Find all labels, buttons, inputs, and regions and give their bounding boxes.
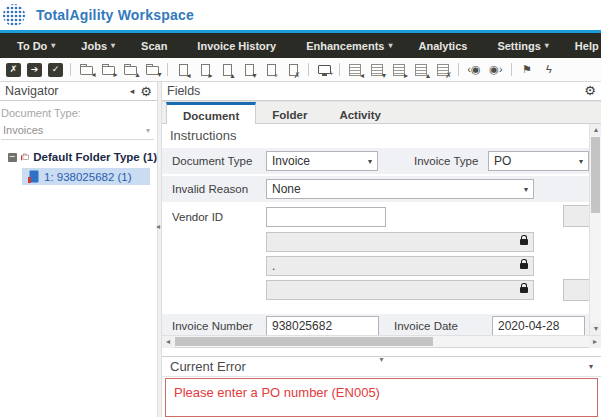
- tab-document[interactable]: Document: [166, 102, 256, 125]
- locked-field-3: [266, 280, 534, 300]
- kofax-logo-icon: [2, 2, 28, 28]
- collapse-node-icon[interactable]: −: [8, 153, 17, 162]
- document-fields-form: Instructions Document Type Invoice ▾ Inv…: [162, 124, 601, 335]
- invoice-type-dropdown[interactable]: PO ▾: [488, 151, 589, 171]
- scroll-left-icon[interactable]: ◂: [162, 336, 174, 348]
- toolbar-separator: [511, 63, 512, 76]
- document-settings-icon: [267, 64, 276, 76]
- splitter-collapse-icon[interactable]: ◂: [156, 222, 160, 231]
- invoice-number-input[interactable]: [266, 316, 379, 335]
- form-row: Document Type Invoice ▾ Invoice Type PO …: [162, 148, 589, 174]
- expand-fields-button[interactable]: [413, 62, 429, 78]
- form-row: Invalid Reason None ▾: [162, 176, 589, 202]
- list-expand-icon: [415, 64, 427, 76]
- last-folder-button[interactable]: [144, 62, 160, 78]
- toolbar-separator: [308, 63, 309, 76]
- scroll-right-icon[interactable]: ▸: [589, 336, 601, 348]
- open-viewer-button[interactable]: [316, 62, 332, 78]
- caret-down-icon: ▾: [545, 41, 549, 50]
- menu-item-to-do[interactable]: To Do▾: [4, 40, 68, 52]
- monitor-add-icon: [318, 65, 331, 74]
- folder-tree: − Default Folder Type (1) 1: 938025682 (…: [0, 149, 157, 185]
- document-toolbar: ✗ ➔ ✓ ‹◉ ◉› ⚑ ϟ: [0, 58, 601, 82]
- collapse-fields-button[interactable]: [369, 62, 385, 78]
- menu-item-scan[interactable]: Scan: [128, 40, 184, 52]
- collapse-panel-icon[interactable]: ◂: [130, 86, 135, 96]
- locked-field-2: .: [266, 256, 534, 276]
- next-document-button[interactable]: [197, 62, 213, 78]
- menu-item-jobs[interactable]: Jobs▾: [68, 40, 128, 52]
- document-node-label: 1: 938025682 (1): [44, 171, 132, 183]
- vertical-scrollbar-thumb[interactable]: [591, 137, 600, 213]
- first-folder-button[interactable]: [122, 62, 138, 78]
- folder-node-label: Default Folder Type (1): [33, 151, 157, 163]
- tab-activity[interactable]: Activity: [323, 102, 397, 124]
- folder-first-icon: [124, 66, 137, 75]
- tab-folder[interactable]: Folder: [256, 102, 323, 124]
- lightning-icon: ϟ: [546, 64, 552, 75]
- fields-panel: Fields ⚙ Document Folder Activity Instru…: [162, 82, 601, 417]
- document-icon: [28, 170, 39, 183]
- scroll-up-icon[interactable]: ▴: [590, 124, 601, 136]
- app-header: TotalAgility Workspace: [0, 0, 601, 30]
- document-type-select[interactable]: Invoices ▾: [1, 122, 154, 140]
- document-type-dropdown[interactable]: Invoice ▾: [266, 151, 378, 171]
- invoice-date-input[interactable]: [492, 316, 585, 335]
- complete-button[interactable]: ✓: [48, 63, 63, 77]
- document-type-field-label: Document Type: [172, 155, 252, 167]
- invalid-reason-dropdown[interactable]: None ▾: [266, 179, 534, 199]
- submit-button[interactable]: ➔: [27, 63, 42, 77]
- main-menu-bar: To Do▾ Jobs▾ Scan Invoice History Enhanc…: [0, 33, 601, 58]
- horizontal-scrollbar[interactable]: ◂ ▸: [162, 335, 601, 348]
- caret-down-icon: ▾: [111, 41, 115, 50]
- document-last-icon: [245, 64, 254, 76]
- previous-folder-button[interactable]: [78, 62, 94, 78]
- lock-icon: [520, 263, 528, 269]
- document-settings-button[interactable]: [263, 62, 279, 78]
- navigator-gear-icon[interactable]: ⚙: [140, 85, 152, 98]
- instructions-section-title: Instructions: [162, 124, 589, 146]
- tree-node-document-selected[interactable]: 1: 938025682 (1): [22, 168, 150, 185]
- menu-item-enhancements[interactable]: Enhancements▾: [293, 40, 405, 52]
- list-next-icon: [393, 64, 405, 76]
- caret-down-icon[interactable]: ▾: [589, 362, 593, 371]
- previous-view-button[interactable]: ‹◉: [466, 62, 482, 78]
- menu-item-help[interactable]: Help▾: [562, 40, 601, 52]
- clear-field-button[interactable]: [435, 62, 451, 78]
- invoice-date-field-label: Invoice Date: [394, 320, 458, 332]
- vertical-scrollbar[interactable]: ▴ ▾: [589, 124, 601, 335]
- horizontal-scrollbar-thumb[interactable]: [175, 337, 433, 346]
- navigator-title: Navigator: [5, 84, 59, 98]
- vendor-id-input[interactable]: [266, 207, 386, 227]
- scroll-down-icon[interactable]: ▾: [590, 323, 601, 335]
- navigator-panel: Navigator ◂ ⚙ Document Type: Invoices ▾ …: [0, 82, 157, 417]
- next-folder-button[interactable]: [100, 62, 116, 78]
- eye-previous-icon: ‹◉: [467, 64, 480, 75]
- error-section-splitter[interactable]: ▾: [162, 348, 601, 356]
- tree-node-folder[interactable]: − Default Folder Type (1): [0, 149, 157, 165]
- first-document-button[interactable]: [219, 62, 235, 78]
- reject-button[interactable]: ✗: [6, 63, 21, 77]
- menu-item-analytics[interactable]: Analytics: [405, 40, 484, 52]
- caret-down-icon: ▾: [146, 126, 150, 135]
- caret-down-icon: ▾: [388, 41, 392, 50]
- previous-document-button[interactable]: [175, 62, 191, 78]
- last-document-button[interactable]: [241, 62, 257, 78]
- error-message: Please enter a PO number (EN005): [174, 385, 380, 400]
- current-error-box: Please enter a PO number (EN005): [165, 378, 598, 417]
- folder-last-icon: [146, 66, 159, 75]
- shortcuts-button[interactable]: ϟ: [541, 62, 557, 78]
- form-row: [162, 279, 589, 301]
- tag-icon: ⚑: [522, 64, 532, 75]
- next-view-button[interactable]: ◉›: [488, 62, 504, 78]
- fields-gear-icon[interactable]: ⚙: [584, 84, 596, 97]
- next-field-button[interactable]: [391, 62, 407, 78]
- tag-button[interactable]: ⚑: [519, 62, 535, 78]
- delete-document-button[interactable]: [285, 62, 301, 78]
- previous-field-button[interactable]: [347, 62, 363, 78]
- splitter-down-icon[interactable]: ▾: [379, 356, 383, 364]
- menu-item-settings[interactable]: Settings▾: [484, 40, 561, 52]
- app-title: TotalAgility Workspace: [36, 7, 194, 23]
- invoice-type-field-label: Invoice Type: [414, 155, 478, 167]
- menu-item-invoice-history[interactable]: Invoice History: [184, 40, 293, 52]
